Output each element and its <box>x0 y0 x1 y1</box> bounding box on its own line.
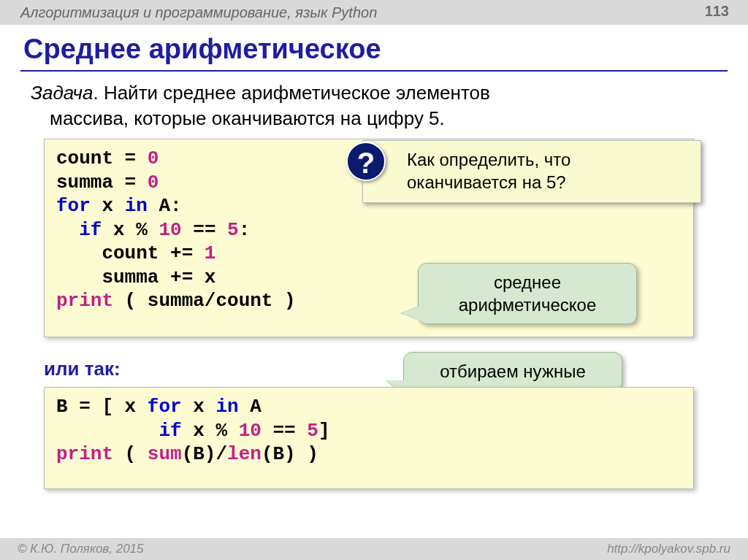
callout-filter: отбираем нужные <box>403 352 622 391</box>
question-line-1: Как определить, что <box>407 148 690 171</box>
question-mark-icon: ? <box>346 142 386 181</box>
footer-bar: © К.Ю. Поляков, 2015 http://kpolyakov.sp… <box>0 538 748 560</box>
question-balloon: Как определить, что оканчивается на 5? <box>362 140 701 203</box>
code-2: B = [ x for x in A if x % 10 == 5] print… <box>45 388 693 474</box>
footer-url: http://kpolyakov.spb.ru <box>607 542 730 556</box>
course-title: Алгоритмизация и программирование, язык … <box>20 4 377 20</box>
task-line-2: массива, которые оканчиваются на цифру 5… <box>50 106 498 131</box>
header-bar: Алгоритмизация и программирование, язык … <box>0 0 748 25</box>
or-label: или так: <box>44 358 121 380</box>
code-block-2: B = [ x for x in A if x % 10 == 5] print… <box>44 387 694 489</box>
page-number: 113 <box>705 3 729 20</box>
question-line-2: оканчивается на 5? <box>407 171 690 193</box>
title-underline <box>20 70 728 72</box>
footer-copyright: © К.Ю. Поляков, 2015 <box>18 542 144 556</box>
task-line-1: . Найти среднее арифметическое элементов <box>93 82 489 104</box>
task-text: Задача. Найти среднее арифметическое эле… <box>31 80 498 131</box>
callout-average: среднее арифметическое <box>418 263 637 324</box>
task-label: Задача <box>31 82 93 104</box>
slide-title: Среднее арифметическое <box>23 34 381 65</box>
slide: Алгоритмизация и программирование, язык … <box>0 0 748 560</box>
